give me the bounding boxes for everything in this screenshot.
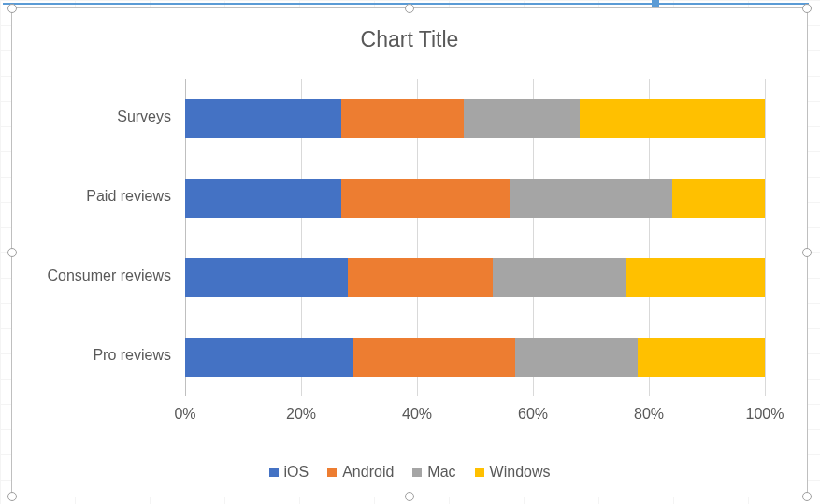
- category-label: Paid reviews: [12, 188, 171, 205]
- x-tick: 100%: [737, 406, 793, 423]
- legend-swatch-icon: [269, 468, 279, 477]
- bar-segment-ios[interactable]: [185, 338, 353, 377]
- x-tick: 20%: [273, 406, 329, 423]
- resize-handle-middle-right[interactable]: [802, 248, 812, 257]
- x-tick: 60%: [505, 406, 561, 423]
- category-label: Consumer reviews: [12, 267, 171, 284]
- bar-segment-mac[interactable]: [464, 99, 580, 138]
- bar-row[interactable]: [185, 99, 765, 138]
- resize-handle-top-right[interactable]: [802, 4, 812, 13]
- bar-segment-ios[interactable]: [185, 179, 341, 218]
- legend-label: Mac: [427, 464, 455, 481]
- category-label: Pro reviews: [12, 347, 171, 364]
- x-tick: 40%: [389, 406, 445, 423]
- gridline: [765, 79, 766, 396]
- legend-item-ios[interactable]: iOS: [269, 464, 309, 481]
- x-tick: 0%: [157, 406, 213, 423]
- bar-segment-ios[interactable]: [185, 258, 348, 297]
- resize-handle-bottom-right[interactable]: [802, 492, 812, 501]
- bar-row[interactable]: [185, 179, 765, 218]
- bar-row[interactable]: [185, 258, 765, 297]
- bar-segment-windows[interactable]: [626, 258, 765, 297]
- bar-segment-android[interactable]: [341, 179, 510, 218]
- bar-segment-windows[interactable]: [672, 179, 765, 218]
- plot-area[interactable]: 0% 20% 40% 60% 80% 100%: [185, 79, 765, 396]
- legend-swatch-icon: [412, 468, 422, 477]
- legend-item-windows[interactable]: Windows: [475, 464, 551, 481]
- resize-handle-bottom-left[interactable]: [7, 492, 17, 501]
- bar-segment-mac[interactable]: [510, 179, 672, 218]
- bar-segment-android[interactable]: [353, 338, 516, 377]
- bar-row[interactable]: [185, 338, 765, 377]
- legend-label: Android: [342, 464, 394, 481]
- legend-swatch-icon: [327, 468, 337, 477]
- bar-segment-mac[interactable]: [493, 258, 626, 297]
- chart-object[interactable]: Chart Title Surveys Paid reviews Consume…: [11, 7, 808, 497]
- resize-handle-top-center[interactable]: [405, 4, 414, 13]
- bar-segment-android[interactable]: [348, 258, 493, 297]
- chart-title[interactable]: Chart Title: [12, 27, 807, 52]
- bar-segment-windows[interactable]: [580, 99, 765, 138]
- legend-swatch-icon: [475, 468, 484, 477]
- legend-label: iOS: [284, 464, 309, 481]
- resize-handle-bottom-center[interactable]: [405, 492, 414, 501]
- bar-segment-windows[interactable]: [638, 338, 765, 377]
- x-tick: 80%: [621, 406, 677, 423]
- category-label: Surveys: [12, 108, 171, 125]
- legend-label: Windows: [490, 464, 551, 481]
- legend-item-android[interactable]: Android: [327, 464, 394, 481]
- resize-handle-top-left[interactable]: [7, 4, 17, 13]
- legend[interactable]: iOS Android Mac Windows: [12, 464, 807, 481]
- bar-segment-ios[interactable]: [185, 99, 341, 138]
- resize-handle-middle-left[interactable]: [7, 248, 17, 257]
- bar-segment-android[interactable]: [341, 99, 463, 138]
- bar-segment-mac[interactable]: [515, 338, 637, 377]
- legend-item-mac[interactable]: Mac: [412, 464, 455, 481]
